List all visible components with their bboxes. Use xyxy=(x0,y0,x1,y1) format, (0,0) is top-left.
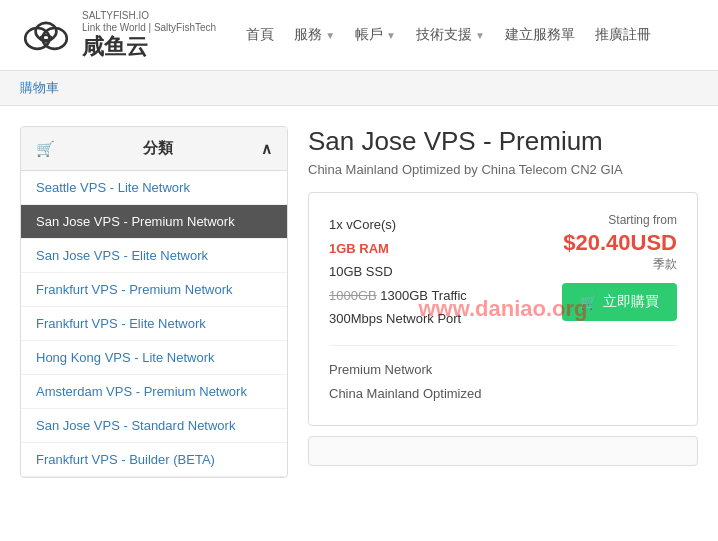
sidebar-item-sanjose-premium[interactable]: San Jose VPS - Premium Network xyxy=(21,205,287,239)
sidebar-item-frankfurt-elite[interactable]: Frankfurt VPS - Elite Network xyxy=(21,307,287,341)
sidebar-header: 🛒 分類 ∧ xyxy=(21,127,287,171)
sidebar-item-hongkong-lite[interactable]: Hong Kong VPS - Lite Network xyxy=(21,341,287,375)
sidebar-items: Seattle VPS - Lite Network San Jose VPS … xyxy=(21,171,287,477)
specs-right: Starting from $20.40USD 季款 🛒 立即購買 xyxy=(562,213,677,321)
breadcrumb-link[interactable]: 購物車 xyxy=(20,80,59,95)
nav-register[interactable]: 推廣註冊 xyxy=(595,26,651,44)
logo-text-container: SALTYFISH.IO Link the World | SaltyFishT… xyxy=(82,10,216,60)
logo-tagline: Link the World | SaltyFishTech xyxy=(82,22,216,34)
starting-from-label: Starting from xyxy=(562,213,677,227)
buy-button-label: 立即購買 xyxy=(603,293,659,311)
nav-home[interactable]: 首頁 xyxy=(246,26,274,44)
header: SALTYFISH.IO Link the World | SaltyFishT… xyxy=(0,0,718,71)
logo-chinese: 咸鱼云 xyxy=(82,34,216,60)
product-title: San Jose VPS - Premium xyxy=(308,126,698,157)
sidebar-item-frankfurt-builder[interactable]: Frankfurt VPS - Builder (BETA) xyxy=(21,443,287,477)
main-content: 🛒 分類 ∧ Seattle VPS - Lite Network San Jo… xyxy=(0,106,718,498)
nav-order[interactable]: 建立服務單 xyxy=(505,26,575,44)
svg-point-1 xyxy=(43,28,67,49)
nav-account[interactable]: 帳戶 ▼ xyxy=(355,26,396,44)
product-tags: Premium Network China Mainland Optimized xyxy=(329,345,677,405)
spec-vcores: 1x vCore(s) xyxy=(329,213,467,236)
account-dropdown-arrow: ▼ xyxy=(386,30,396,41)
sidebar-item-seattle-lite[interactable]: Seattle VPS - Lite Network xyxy=(21,171,287,205)
cart-icon: 🛒 xyxy=(580,294,597,310)
spec-traffic-new-val: 1300GB Traffic xyxy=(380,288,466,303)
tag-china-optimized: China Mainland Optimized xyxy=(329,382,677,405)
spec-ram-value: 1GB RAM xyxy=(329,241,389,256)
sidebar-item-frankfurt-premium[interactable]: Frankfurt VPS - Premium Network xyxy=(21,273,287,307)
sidebar-item-amsterdam-premium[interactable]: Amsterdam VPS - Premium Network xyxy=(21,375,287,409)
product-subtitle: China Mainland Optimized by China Teleco… xyxy=(308,162,698,177)
sidebar-title: 分類 xyxy=(143,139,173,158)
buy-button[interactable]: 🛒 立即購買 xyxy=(562,283,677,321)
price-period: 季款 xyxy=(562,256,677,273)
main-nav: 首頁 服務 ▼ 帳戶 ▼ 技術支援 ▼ 建立服務單 推廣註冊 xyxy=(246,26,651,44)
support-dropdown-arrow: ▼ xyxy=(475,30,485,41)
logo-icon xyxy=(20,14,72,56)
sidebar-cart-icon: 🛒 xyxy=(36,140,55,158)
product-panel: San Jose VPS - Premium China Mainland Op… xyxy=(308,126,698,478)
price: $20.40USD xyxy=(562,230,677,256)
sidebar-item-sanjose-elite[interactable]: San Jose VPS - Elite Network xyxy=(21,239,287,273)
logo-brand-en: SALTYFISH.IO xyxy=(82,10,216,22)
product-specs: 1x vCore(s) 1GB RAM 10GB SSD 1000GB 1300… xyxy=(329,213,677,330)
sidebar-item-sanjose-standard[interactable]: San Jose VPS - Standard Network xyxy=(21,409,287,443)
spec-network: 300Mbps Network Port xyxy=(329,307,467,330)
nav-services[interactable]: 服務 ▼ xyxy=(294,26,335,44)
spec-ram: 1GB RAM xyxy=(329,237,467,260)
spec-traffic-old: 1000GB xyxy=(329,288,377,303)
spec-traffic: 1000GB 1300GB Traffic xyxy=(329,284,467,307)
tag-premium-network: Premium Network xyxy=(329,358,677,381)
product-card: www.daniao.org 1x vCore(s) 1GB RAM 10GB … xyxy=(308,192,698,426)
spec-ssd: 10GB SSD xyxy=(329,260,467,283)
sidebar: 🛒 分類 ∧ Seattle VPS - Lite Network San Jo… xyxy=(20,126,288,478)
nav-support[interactable]: 技術支援 ▼ xyxy=(416,26,485,44)
logo-area: SALTYFISH.IO Link the World | SaltyFishT… xyxy=(20,10,216,60)
specs-left: 1x vCore(s) 1GB RAM 10GB SSD 1000GB 1300… xyxy=(329,213,467,330)
sidebar-collapse-icon[interactable]: ∧ xyxy=(261,140,272,158)
breadcrumb: 購物車 xyxy=(0,71,718,106)
bottom-card-placeholder xyxy=(308,436,698,466)
services-dropdown-arrow: ▼ xyxy=(325,30,335,41)
